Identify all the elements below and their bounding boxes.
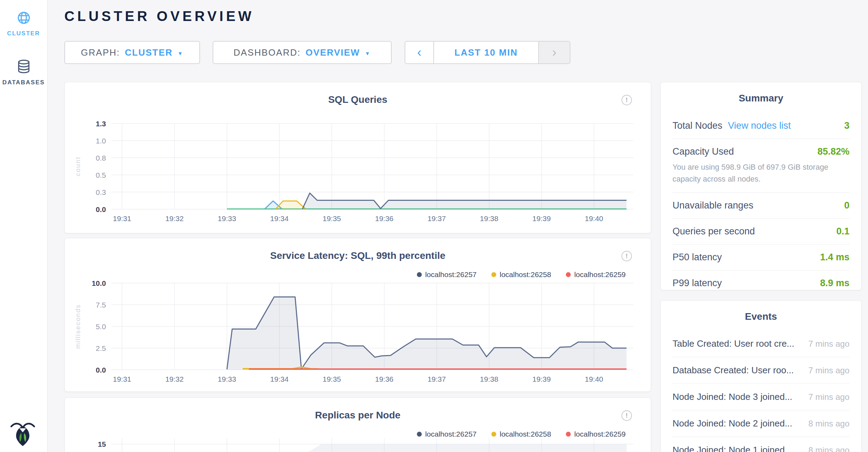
time-range-value[interactable]: LAST 10 MIN (434, 42, 538, 63)
svg-text:19:31: 19:31 (113, 375, 131, 383)
svg-text:19:39: 19:39 (532, 375, 551, 383)
legend-label: localhost:26259 (574, 270, 626, 279)
svg-text:19:37: 19:37 (427, 214, 446, 223)
capacity-used-value: 85.82% (817, 146, 849, 157)
summary-row-qps: Queries per second 0.1 (673, 219, 849, 245)
database-icon (0, 59, 47, 75)
svg-text:0.0: 0.0 (96, 205, 106, 213)
event-row: Node Joined: Node 2 joined... 8 mins ago (673, 410, 849, 437)
sql-queries-card: SQL Queries ! 19:3119:3219:3319:3419:351… (64, 82, 651, 233)
summary-row-total-nodes: Total Nodes View nodes list 3 (673, 113, 849, 139)
graph-dropdown[interactable]: GRAPH: CLUSTER ▼ (64, 41, 200, 64)
chart-title: Replicas per Node (65, 410, 651, 421)
summary-panel: Summary Total Nodes View nodes list 3 Ca… (660, 82, 862, 290)
sidebar: CLUSTER DATABASES (0, 0, 48, 452)
sidebar-item-cluster[interactable]: CLUSTER (0, 10, 47, 37)
time-next-button[interactable]: › (538, 42, 570, 63)
view-nodes-list-link[interactable]: View nodes list (728, 120, 791, 131)
cockroachdb-logo-icon (10, 421, 36, 448)
svg-text:19:36: 19:36 (375, 375, 393, 383)
chevron-left-icon: ‹ (417, 45, 421, 60)
svg-text:19:32: 19:32 (165, 375, 184, 383)
svg-text:milliseconds: milliseconds (74, 304, 81, 348)
chevron-right-icon: › (552, 45, 556, 60)
legend-item: localhost:26257 (417, 270, 477, 279)
event-row: Node Joined: Node 3 joined... 7 mins ago (673, 384, 849, 410)
svg-text:0.3: 0.3 (96, 188, 106, 196)
dashboard-dropdown-value: OVERVIEW (306, 47, 360, 58)
svg-text:1.3: 1.3 (96, 120, 106, 128)
page-title: CLUSTER OVERVIEW (64, 8, 254, 24)
svg-text:7.5: 7.5 (96, 301, 106, 309)
svg-text:19:32: 19:32 (165, 214, 184, 223)
svg-text:19:35: 19:35 (323, 214, 341, 223)
service-latency-chart: 19:3119:3219:3319:3419:3519:3619:3719:38… (73, 280, 643, 387)
replicas-per-node-chart: 19:3119:3219:3319:3419:3519:3619:3719:38… (73, 434, 643, 452)
capacity-used-label: Capacity Used (673, 146, 734, 157)
summary-row-p99: P99 latency 8.9 ms (673, 270, 849, 296)
summary-row-p50: P50 latency 1.4 ms (673, 245, 849, 270)
sidebar-item-label: DATABASES (0, 79, 47, 86)
svg-text:19:40: 19:40 (585, 214, 603, 223)
legend-label: localhost:26258 (500, 270, 551, 279)
total-nodes-value: 3 (844, 120, 849, 131)
chevron-down-icon: ▼ (178, 49, 184, 56)
sidebar-item-databases[interactable]: DATABASES (0, 59, 47, 86)
svg-text:19:34: 19:34 (270, 375, 289, 383)
svg-text:19:38: 19:38 (480, 375, 498, 383)
info-icon[interactable]: ! (621, 95, 632, 105)
event-row: Node Joined: Node 1 joined... 8 mins ago (673, 437, 849, 452)
chevron-down-icon: ▼ (365, 49, 371, 56)
summary-row-unavailable-ranges: Unavailable ranges 0 (673, 193, 849, 219)
svg-text:19:33: 19:33 (218, 375, 236, 383)
service-latency-card: Service Latency: SQL, 99th percentile ! … (64, 238, 651, 392)
dashboard-dropdown[interactable]: DASHBOARD: OVERVIEW ▼ (213, 41, 392, 64)
time-range-selector: ‹ LAST 10 MIN › (405, 41, 570, 64)
svg-text:19:39: 19:39 (532, 214, 551, 223)
svg-text:0.8: 0.8 (96, 154, 106, 162)
svg-text:10.0: 10.0 (92, 280, 106, 287)
event-row: Database Created: User roo... 7 mins ago (673, 357, 849, 384)
svg-text:19:37: 19:37 (427, 375, 446, 383)
summary-row-capacity: Capacity Used 85.82% You are using 598.9… (673, 139, 849, 193)
event-row: Table Created: User root cre... 7 mins a… (673, 331, 849, 357)
sql-queries-chart: 19:3119:3219:3319:3419:3519:3619:3719:38… (73, 120, 643, 226)
svg-text:5.0: 5.0 (96, 323, 106, 331)
svg-text:0.0: 0.0 (96, 366, 106, 374)
chart-title: Service Latency: SQL, 99th percentile (65, 250, 651, 261)
chart-legend: localhost:26257 localhost:26258 localhos… (417, 270, 626, 279)
svg-text:19:40: 19:40 (585, 375, 603, 383)
legend-item: localhost:26259 (566, 270, 626, 279)
svg-text:19:33: 19:33 (218, 214, 236, 223)
svg-text:2.5: 2.5 (96, 344, 106, 352)
legend-dot-icon (566, 272, 571, 277)
sidebar-item-label: CLUSTER (0, 30, 47, 37)
info-icon[interactable]: ! (621, 251, 632, 261)
legend-label: localhost:26257 (425, 270, 477, 279)
svg-text:19:34: 19:34 (270, 214, 289, 223)
events-panel: Events Table Created: User root cre... 7… (660, 300, 862, 452)
replicas-per-node-card: Replicas per Node ! localhost:26257 loca… (64, 397, 651, 452)
chart-title: SQL Queries (65, 94, 651, 105)
graph-dropdown-value: CLUSTER (125, 47, 173, 58)
summary-title: Summary (661, 93, 861, 104)
events-title: Events (661, 311, 861, 322)
svg-text:15: 15 (98, 440, 106, 448)
svg-text:19:38: 19:38 (480, 214, 498, 223)
legend-dot-icon (491, 272, 496, 277)
svg-text:0.5: 0.5 (96, 171, 106, 179)
svg-text:19:31: 19:31 (113, 214, 131, 223)
legend-dot-icon (417, 272, 422, 277)
svg-text:1.0: 1.0 (96, 137, 106, 145)
time-prev-button[interactable]: ‹ (405, 42, 434, 63)
svg-text:count: count (74, 156, 81, 176)
total-nodes-label: Total Nodes (673, 120, 723, 131)
globe-icon (0, 10, 47, 26)
capacity-note: You are using 598.9 GiB of 697.9 GiB sto… (673, 161, 849, 185)
info-icon[interactable]: ! (621, 410, 632, 421)
svg-text:19:35: 19:35 (323, 375, 341, 383)
legend-item: localhost:26258 (491, 270, 551, 279)
svg-text:19:36: 19:36 (375, 214, 393, 223)
dashboard-dropdown-label: DASHBOARD: (234, 47, 301, 58)
graph-dropdown-label: GRAPH: (81, 47, 120, 58)
